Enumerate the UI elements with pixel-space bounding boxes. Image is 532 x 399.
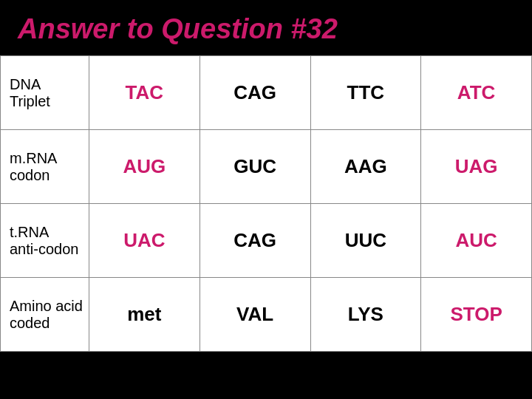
table-cell: CAG: [200, 204, 310, 278]
table-cell: AAG: [310, 130, 421, 204]
table-cell: STOP: [421, 278, 532, 352]
table-cell: AUC: [421, 204, 532, 278]
table-row: DNA Triplet TAC CAG TTC ATC: [1, 56, 532, 130]
answer-table-container: DNA Triplet TAC CAG TTC ATC m.RNAcodon A…: [0, 55, 532, 352]
page-header: Answer to Question #32: [0, 0, 532, 55]
row-label-amino: Amino acidcoded: [1, 278, 89, 352]
table-row: m.RNAcodon AUG GUC AAG UAG: [1, 130, 532, 204]
table-cell: TTC: [310, 56, 421, 130]
table-cell: TAC: [89, 56, 200, 130]
table-cell: AUG: [89, 130, 200, 204]
row-label-mrna: m.RNAcodon: [1, 130, 89, 204]
table-row: Amino acidcoded met VAL LYS STOP: [1, 278, 532, 352]
table-cell: UUC: [310, 204, 421, 278]
table-cell: UAG: [421, 130, 532, 204]
row-label-dna: DNA Triplet: [1, 56, 89, 130]
table-cell: LYS: [310, 278, 421, 352]
table-row: t.RNAanti-codon UAC CAG UUC AUC: [1, 204, 532, 278]
table-cell: met: [89, 278, 200, 352]
table-cell: ATC: [421, 56, 532, 130]
table-cell: VAL: [200, 278, 310, 352]
answer-table: DNA Triplet TAC CAG TTC ATC m.RNAcodon A…: [0, 55, 532, 352]
table-cell: GUC: [200, 130, 310, 204]
table-cell: CAG: [200, 56, 310, 130]
page-title: Answer to Question #32: [18, 13, 514, 45]
table-cell: UAC: [89, 204, 200, 278]
row-label-trna: t.RNAanti-codon: [1, 204, 89, 278]
